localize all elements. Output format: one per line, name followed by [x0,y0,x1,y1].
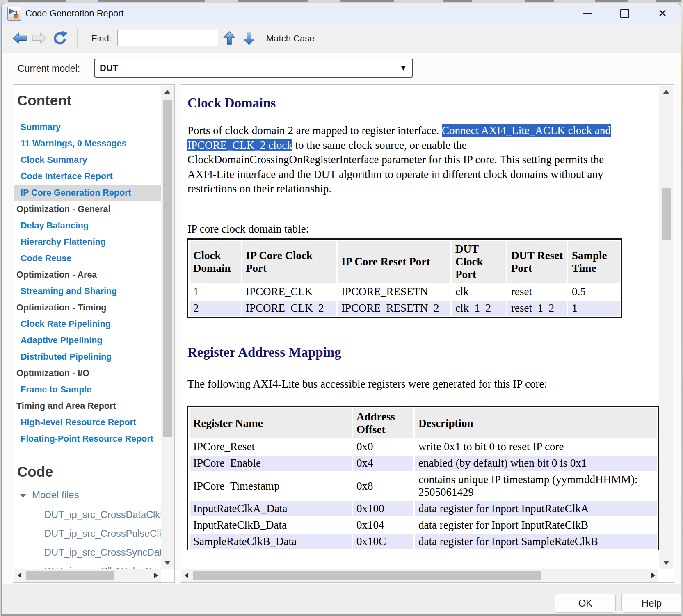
table-cell: IPCore_Timestamp [190,472,352,500]
match-case-toggle[interactable]: Match Case [266,24,314,53]
sidebar-link[interactable]: Frame to Sample [14,381,161,398]
sidebar-link[interactable]: Clock Summary [14,152,161,168]
scrollbar-thumb[interactable] [26,571,114,580]
table-cell: InputRateClkB_Data [190,518,352,533]
refresh-button[interactable] [51,29,69,47]
toolbar-separator [77,29,78,48]
table-cell: IPCORE_RESETN_2 [338,301,450,316]
table-cell: 0x4 [353,456,413,471]
report-horizontal-scrollbar[interactable] [181,569,658,582]
paragraph-text: Ports of clock domain 2 are mapped to re… [187,124,442,137]
sidebar-link[interactable]: Clock Rate Pipelining [14,316,161,332]
scroll-right-arrow[interactable] [151,569,161,582]
table-row: IPCore_Reset0x0write 0x1 to bit 0 to res… [190,439,657,454]
table-cell: data register for Inport InputRateClkB [415,518,657,533]
minimize-button[interactable] [579,5,595,22]
table-cell: 0x0 [353,439,413,454]
current-model-dropdown[interactable]: DUT ▼ [94,59,413,78]
content-heading: Content [17,92,71,109]
sidebar-link[interactable]: Code Interface Report [14,168,161,185]
table-row: IPCore_Enable0x4enabled (by default) whe… [190,456,657,471]
window-title: Code Generation Report [25,3,124,24]
sidebar-link[interactable]: Adaptive Pipelining [14,332,161,349]
scroll-down-arrow[interactable] [659,557,673,569]
register-table-clip: Register NameAddress OffsetDescriptionIP… [187,406,659,568]
sidebar-link[interactable]: Delay Balancing [14,217,161,234]
sidebar-section-label: Optimization - I/O [14,365,161,381]
sidebar-link[interactable]: Hierarchy Flattening [14,234,161,250]
register-table: Register NameAddress OffsetDescriptionIP… [187,406,659,550]
down-arrow-icon [243,31,255,46]
table-cell: SampleRateClkB_Data [190,534,352,549]
find-input[interactable] [117,30,218,46]
sidebar-link[interactable]: Floating-Point Resource Report [14,431,161,447]
column-header: Description [415,408,657,438]
dropdown-arrow-icon: ▼ [400,59,407,77]
table-cell: IPCORE_RESETN [338,284,450,299]
current-model-label: Current model: [18,53,80,84]
background-window-edge [681,3,683,616]
clock-domain-table: Clock DomainIP Core Clock PortIP Core Re… [187,238,622,318]
scrollbar-thumb[interactable] [193,571,541,580]
model-files-toggle[interactable]: Model files [20,487,79,503]
table-cell: data register for Inport SampleRateClkB [415,534,657,549]
scrollbar-thumb[interactable] [662,188,671,240]
up-arrow-icon [223,31,235,46]
scrollbar-thumb[interactable] [163,100,172,437]
back-button[interactable] [11,29,29,47]
sidebar-section-label: Optimization - General [14,201,161,217]
current-model-value: DUT [100,59,118,77]
clock-domain-table-label: IP core clock domain table: [187,223,309,235]
help-button[interactable]: Help [621,594,682,613]
table-cell: data register for Inport InputRateClkA [415,501,657,516]
sidebar-link[interactable]: 11 Warnings, 0 Messages [14,135,161,152]
sidebar-link[interactable]: Streaming and Sharing [14,283,161,299]
code-file-link[interactable]: DUT_ip_src_CrossSyncData [13,543,161,562]
table-cell: IPCore_Enable [190,456,352,471]
code-heading: Code [17,463,53,480]
close-button[interactable]: ✕ [654,5,671,22]
sidebar-link[interactable]: IP Core Generation Report [14,185,161,201]
sidebar-section-label: Timing and Area Report [14,398,161,414]
table-cell: 0x100 [353,501,413,516]
column-header: DUT Reset Port [507,241,567,283]
sidebar-horizontal-scrollbar[interactable] [14,569,161,582]
scroll-down-arrow[interactable] [161,557,174,569]
code-file-link[interactable]: DUT_ip_src_CrossDataClkB [13,505,161,524]
sidebar-vertical-scrollbar[interactable] [161,86,174,569]
column-header: Address Offset [353,408,413,438]
report-panel: Clock Domains Ports of clock domain 2 ar… [180,84,674,583]
table-row: SampleRateClkB_Data0x10Cdata register fo… [190,534,657,549]
find-previous-button[interactable] [222,29,236,47]
scroll-left-arrow[interactable] [14,569,25,582]
model-bar: Current model: DUT ▼ [2,53,681,84]
scroll-left-arrow[interactable] [181,569,192,582]
refresh-icon [51,30,69,46]
titlebar: Code Generation Report ✕ [2,3,681,24]
table-cell: IPCORE_CLK_2 [242,301,336,316]
register-address-mapping-heading: Register Address Mapping [187,345,341,360]
scroll-right-arrow[interactable] [648,569,658,582]
forward-button[interactable] [30,29,48,47]
column-header: IP Core Clock Port [242,241,336,283]
sidebar-link[interactable]: Distributed Pipelining [14,349,161,365]
column-header: Register Name [190,408,352,438]
sidebar-section-label: Optimization - Timing [14,299,161,316]
table-cell: 0x10C [353,534,413,549]
scroll-up-arrow[interactable] [161,86,174,98]
table-header-row: Register NameAddress OffsetDescription [190,408,657,438]
find-next-button[interactable] [242,29,256,47]
table-cell: clk [452,284,506,299]
table-cell: enabled (by default) when bit 0 is 0x1 [415,456,657,471]
sidebar-section-label: Optimization - Area [14,267,161,283]
sidebar-link[interactable]: Code Reuse [14,250,161,267]
code-generation-report-window: Code Generation Report ✕ Find: [1,3,681,616]
sidebar-link[interactable]: Summary [14,119,161,135]
code-file-link[interactable]: DUT_ip_src_CrossPulseClkA [13,524,161,543]
scroll-up-arrow[interactable] [659,86,673,98]
sidebar-link[interactable]: High-level Resource Report [14,414,161,431]
report-vertical-scrollbar[interactable] [659,86,673,569]
ok-button[interactable]: OK [555,594,616,613]
maximize-button[interactable] [617,5,633,22]
table-cell: IPCORE_CLK [242,284,336,299]
